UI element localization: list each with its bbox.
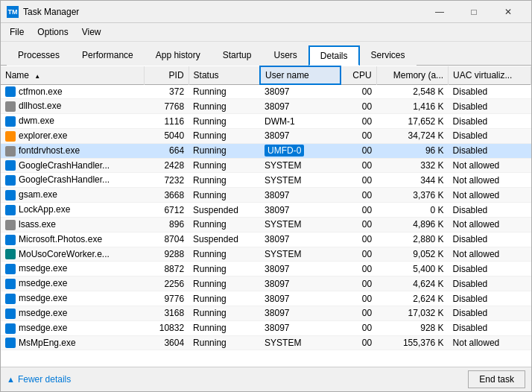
process-icon: [5, 294, 16, 304]
end-task-button[interactable]: End task: [468, 370, 525, 388]
table-row[interactable]: msedge.exe9776Running38097002,624 KDisab…: [1, 291, 531, 306]
tab-processes[interactable]: Processes: [7, 45, 71, 66]
table-row[interactable]: dllhost.exe7768Running38097001,416 KDisa…: [1, 99, 531, 114]
cell-cpu: 00: [341, 232, 376, 247]
table-row[interactable]: LockApp.exe6712Suspended38097000 KDisabl…: [1, 203, 531, 218]
tab-details[interactable]: Details: [308, 45, 360, 66]
process-icon: [5, 249, 16, 259]
cell-name: GoogleCrashHandler...: [1, 173, 144, 188]
col-header-username[interactable]: User name: [260, 66, 341, 84]
cell-memory: 4,896 K: [376, 217, 448, 232]
cell-pid: 3168: [144, 306, 189, 320]
cell-username: 38097: [260, 99, 341, 114]
table-row[interactable]: explorer.exe5040Running380970034,724 KDi…: [1, 128, 531, 143]
process-icon: [5, 86, 16, 97]
menu-file[interactable]: File: [4, 25, 30, 39]
col-header-uac[interactable]: UAC virtualiz...: [449, 66, 531, 84]
table-row[interactable]: Microsoft.Photos.exe8704Suspended3809700…: [1, 232, 531, 247]
cell-status: Running: [189, 335, 260, 350]
cell-status: Suspended: [189, 203, 260, 218]
close-button[interactable]: ✕: [491, 1, 525, 23]
process-icon: [5, 220, 16, 230]
cell-uac: Disabled: [449, 84, 531, 99]
table-row[interactable]: MsMpEng.exe3604RunningSYSTEM00155,376 KN…: [1, 335, 531, 350]
cell-pid: 10832: [144, 320, 189, 335]
table-scroll-area[interactable]: Name ▲ PID Status User name CPU Memory (…: [1, 66, 531, 364]
table-row[interactable]: fontdrvhost.exe664RunningUMFD-00096 KDis…: [1, 143, 531, 158]
process-table: Name ▲ PID Status User name CPU Memory (…: [1, 66, 531, 350]
cell-cpu: 00: [341, 276, 376, 291]
cell-pid: 3668: [144, 188, 189, 203]
process-name: MoUsoCoreWorker.e...: [19, 249, 110, 259]
tab-startup[interactable]: Startup: [212, 45, 263, 66]
fewer-details-link[interactable]: ▲ Fewer details: [7, 374, 71, 385]
table-row[interactable]: gsam.exe3668Running38097003,376 KNot all…: [1, 188, 531, 203]
cell-username: 38097: [260, 276, 341, 291]
process-name: msedge.exe: [19, 278, 67, 288]
cell-memory: 2,624 K: [376, 291, 448, 306]
process-name: Microsoft.Photos.exe: [19, 234, 102, 244]
cell-username: SYSTEM: [260, 158, 341, 173]
table-row[interactable]: msedge.exe2256Running38097004,624 KDisab…: [1, 276, 531, 291]
process-name: msedge.exe: [19, 293, 67, 303]
col-header-pid[interactable]: PID: [144, 66, 189, 84]
cell-status: Running: [189, 262, 260, 276]
main-content: Name ▲ PID Status User name CPU Memory (…: [1, 66, 531, 367]
table-row[interactable]: GoogleCrashHandler...2428RunningSYSTEM00…: [1, 158, 531, 173]
cell-status: Running: [189, 173, 260, 188]
menu-options[interactable]: Options: [31, 25, 74, 39]
minimize-button[interactable]: —: [422, 1, 457, 23]
process-icon: [5, 235, 16, 245]
table-row[interactable]: GoogleCrashHandler...7232RunningSYSTEM00…: [1, 173, 531, 188]
app-icon: TM: [7, 6, 19, 18]
process-name: fontdrvhost.exe: [19, 145, 80, 156]
cell-cpu: 00: [341, 217, 376, 232]
cell-username: 38097: [260, 128, 341, 143]
cell-cpu: 00: [341, 173, 376, 188]
cell-username: SYSTEM: [260, 335, 341, 350]
cell-username: 38097: [260, 306, 341, 320]
col-header-cpu[interactable]: CPU: [341, 66, 376, 84]
table-row[interactable]: lsass.exe896RunningSYSTEM004,896 KNot al…: [1, 217, 531, 232]
cell-status: Running: [189, 276, 260, 291]
table-row[interactable]: dwm.exe1116RunningDWM-10017,652 KDisable…: [1, 114, 531, 129]
table-row[interactable]: ctfmon.exe372Running38097002,548 KDisabl…: [1, 84, 531, 99]
menu-view[interactable]: View: [76, 25, 107, 39]
cell-pid: 6712: [144, 203, 189, 218]
process-icon: [5, 205, 16, 215]
col-header-status[interactable]: Status: [189, 66, 260, 84]
process-name: ctfmon.exe: [19, 86, 63, 97]
process-name: LockApp.exe: [19, 204, 70, 215]
col-header-name[interactable]: Name ▲: [1, 66, 144, 84]
cell-uac: Not allowed: [449, 335, 531, 350]
process-name: msedge.exe: [19, 323, 67, 333]
cell-memory: 3,376 K: [376, 188, 448, 203]
table-row[interactable]: MoUsoCoreWorker.e...9288RunningSYSTEM009…: [1, 247, 531, 262]
cell-cpu: 00: [341, 143, 376, 158]
table-row[interactable]: msedge.exe10832Running3809700928 KDisabl…: [1, 320, 531, 335]
process-name: dwm.exe: [19, 116, 54, 126]
cell-pid: 8704: [144, 232, 189, 247]
cell-cpu: 00: [341, 84, 376, 99]
cell-pid: 2428: [144, 158, 189, 173]
table-row[interactable]: msedge.exe3168Running380970017,032 KDisa…: [1, 306, 531, 320]
cell-cpu: 00: [341, 247, 376, 262]
col-header-memory[interactable]: Memory (a...: [376, 66, 448, 84]
cell-uac: Not allowed: [449, 217, 531, 232]
table-row[interactable]: msedge.exe8872Running38097005,400 KDisab…: [1, 262, 531, 276]
cell-cpu: 00: [341, 291, 376, 306]
cell-uac: Not allowed: [449, 158, 531, 173]
cell-username: 38097: [260, 203, 341, 218]
tab-performance[interactable]: Performance: [71, 45, 145, 66]
maximize-button[interactable]: □: [457, 1, 491, 23]
process-icon: [5, 279, 16, 289]
cell-username: UMFD-0: [260, 143, 341, 158]
tab-app-history[interactable]: App history: [145, 45, 212, 66]
tab-users[interactable]: Users: [262, 45, 308, 66]
cell-cpu: 00: [341, 188, 376, 203]
cell-cpu: 00: [341, 320, 376, 335]
cell-username: 38097: [260, 188, 341, 203]
cell-status: Running: [189, 84, 260, 99]
cell-pid: 3604: [144, 335, 189, 350]
tab-services[interactable]: Services: [360, 45, 417, 66]
